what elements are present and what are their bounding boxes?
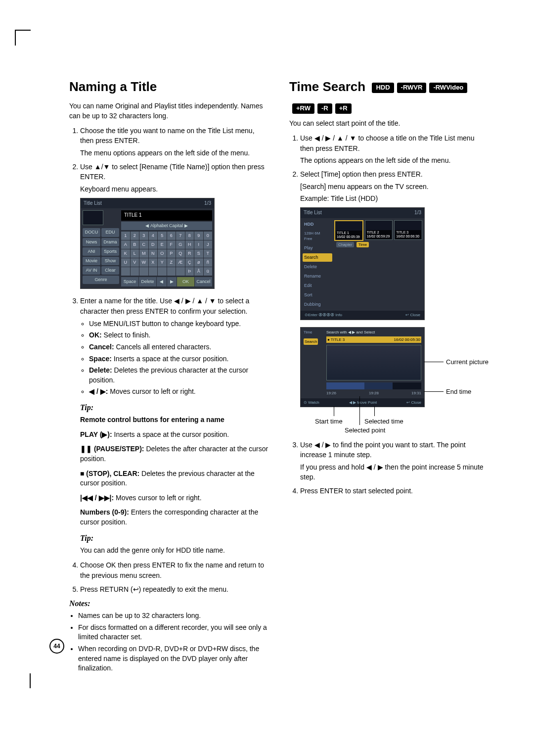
- kb-key: ø: [194, 258, 203, 267]
- remote-stop: ■ (STOP), CLEAR: Deletes the previous ch…: [80, 469, 269, 488]
- tl-header-title: Title List: [304, 209, 322, 217]
- tl-side-free: 128H 6M Free: [303, 230, 332, 243]
- step-sub: The options appears on the left side of …: [300, 155, 490, 165]
- tl-main: TITLE 1 16/02 00:05:39 TITLE 2 16/02 00:…: [334, 220, 422, 309]
- bullet: Space: Inserts a space at the cursor pos…: [89, 354, 269, 364]
- badge: +RW: [292, 103, 314, 114]
- annotation-current: Current picture: [446, 358, 489, 367]
- tl-submenu: Chapter Time: [334, 241, 422, 249]
- tss-hint: Search with ◀ ▶ and Select: [326, 330, 421, 335]
- step-4: Press ENTER to start selected point.: [300, 486, 490, 496]
- kb-genre-grid: DOCU EDU News Drama ANI Sports Movie Sho…: [83, 228, 119, 284]
- bullet: Delete: Deletes the previous character a…: [89, 366, 269, 385]
- tl-sidebar: HDD 128H 6M Free Play Search Delete Rena…: [303, 220, 332, 309]
- kb-page-indicator: 1/3: [204, 200, 211, 207]
- kb-action-right: ▶: [167, 277, 177, 286]
- kb-key: W: [139, 258, 148, 267]
- annotation-line: [424, 362, 444, 362]
- badge: -RWVR: [397, 83, 427, 93]
- step-text: Select [Time] option then press ENTER.: [300, 170, 423, 178]
- step-text: Use ◀ / ▶ / ▲ / ▼ to choose a title on t…: [300, 134, 474, 152]
- kb-key: D: [149, 240, 158, 249]
- kb-key: L: [131, 249, 139, 258]
- kb-key: [139, 267, 148, 276]
- tl-thumbs-row: TITLE 1 16/02 00:05:39 TITLE 2 16/02 00:…: [334, 220, 422, 241]
- kb-key: 8: [185, 232, 194, 240]
- tl-thumb: TITLE 2 16/02 00:59:29: [365, 220, 393, 240]
- annotation-line: [359, 396, 360, 425]
- bullet-label: Space:: [89, 355, 112, 363]
- title-text: Time Search: [289, 79, 365, 94]
- step-1: Use ◀ / ▶ / ▲ / ▼ to choose a title on t…: [300, 133, 490, 165]
- tss-title-text: TITLE 3: [331, 337, 345, 343]
- kb-key: [158, 267, 167, 276]
- tl-thumb-label: TITLE 1 16/02 00:05:39: [336, 231, 362, 239]
- tip-heading: Tip:: [80, 402, 269, 413]
- kb-genre-btn: Show: [101, 257, 119, 265]
- kb-key: A: [121, 240, 130, 249]
- tss-side: Time Search: [304, 330, 323, 345]
- kb-key: ü: [204, 267, 213, 276]
- right-column: Time Search HDD -RWVR -RWVideo +RW -R +R…: [289, 79, 490, 678]
- annotation-line: [334, 406, 334, 416]
- kb-action-cancel: Cancel: [195, 277, 212, 286]
- kb-key: V: [131, 258, 139, 267]
- naming-steps: Choose the title you want to name on the…: [69, 126, 269, 594]
- badge: +R: [335, 103, 352, 114]
- step-2: Use ▲/▼ to select [Rename (Title Name)] …: [80, 162, 269, 289]
- tss-time-selected: 19:28: [369, 390, 379, 396]
- step-4: Choose OK then press ENTER to fix the na…: [80, 560, 269, 580]
- kb-title-field: TITLE 1: [121, 210, 212, 221]
- kb-genre-btn: AV IN: [83, 266, 100, 275]
- annotation-selected-point: Selected point: [345, 426, 385, 435]
- bullet-label: Cancel:: [89, 343, 114, 351]
- kb-key: B: [131, 240, 139, 249]
- tss-footer: ⊙ Watch ◀ ▶ Move Point ↩ Close: [301, 398, 424, 407]
- annotation-line: [374, 406, 375, 416]
- kb-key: 7: [176, 232, 185, 240]
- step-text: Choose the title you want to name on the…: [80, 127, 255, 144]
- kb-key: [167, 267, 176, 276]
- tl-foot-left: ⊙Enter ⦿⦿⦿⦿ Info: [305, 312, 342, 318]
- tl-thumb-label: TITLE 2 16/02 00:59:29: [366, 230, 392, 238]
- tss-foot-watch: ⊙ Watch: [304, 400, 319, 406]
- bullet-text: Cancels all entered characters.: [114, 343, 212, 351]
- kb-key: Z: [167, 258, 176, 267]
- kb-genre-btn: DOCU: [83, 228, 100, 236]
- kb-key: G: [176, 240, 185, 249]
- note: Names can be up to 32 characters long.: [78, 611, 269, 621]
- kb-action-delete: Delete: [139, 277, 156, 286]
- kb-key: [121, 267, 130, 276]
- text: Inserts a space at the cursor position.: [112, 430, 229, 438]
- kb-key: J: [204, 240, 213, 249]
- label: ■ (STOP), CLEAR:: [80, 470, 139, 477]
- bullet: OK: Select to finish.: [89, 331, 269, 340]
- text: Moves cursor to left or right.: [114, 494, 201, 502]
- kb-key: 6: [167, 232, 176, 240]
- annotation-line: [424, 391, 444, 392]
- kb-key: I: [194, 240, 203, 249]
- kb-mode-text: Alphabet Capital: [150, 223, 183, 228]
- intro-text: You can name Original and Playlist title…: [69, 101, 269, 121]
- page-number: 44: [49, 639, 64, 654]
- bullet-text: Moves cursor to left or right.: [108, 387, 195, 395]
- step-3: Use ◀ / ▶ to find the point you want to …: [300, 440, 490, 482]
- timesearch-steps: Use ◀ / ▶ / ▲ / ▼ to choose a title on t…: [289, 133, 490, 496]
- kb-key: 0: [204, 232, 213, 240]
- step-text: Use ◀ / ▶ to find the point you want to …: [300, 441, 466, 459]
- remote-numbers: Numbers (0-9): Enters the corresponding …: [80, 508, 269, 527]
- kb-key: [149, 267, 158, 276]
- kb-thumbnail: [83, 210, 103, 225]
- tss-preview-image: [326, 345, 421, 380]
- step-sub: Example: Title List (HDD): [300, 193, 490, 203]
- tl-thumb-selected: TITLE 1 16/02 00:05:39: [334, 220, 363, 241]
- kb-key: R: [185, 249, 194, 258]
- step-sub: [Search] menu appears on the TV screen.: [300, 182, 490, 191]
- kb-mode-label: ◀ Alphabet Capital ▶: [121, 222, 212, 230]
- bullet: Cancel: Cancels all entered characters.: [89, 342, 269, 352]
- step-2: Select [Time] option then press ENTER. […: [300, 169, 490, 436]
- kb-key: O: [158, 249, 167, 258]
- kb-key: C: [139, 240, 148, 249]
- intro-text: You can select start point of the title.: [289, 119, 490, 129]
- kb-actions-row: Space Delete ◀ ▶ OK Cancel: [121, 277, 212, 286]
